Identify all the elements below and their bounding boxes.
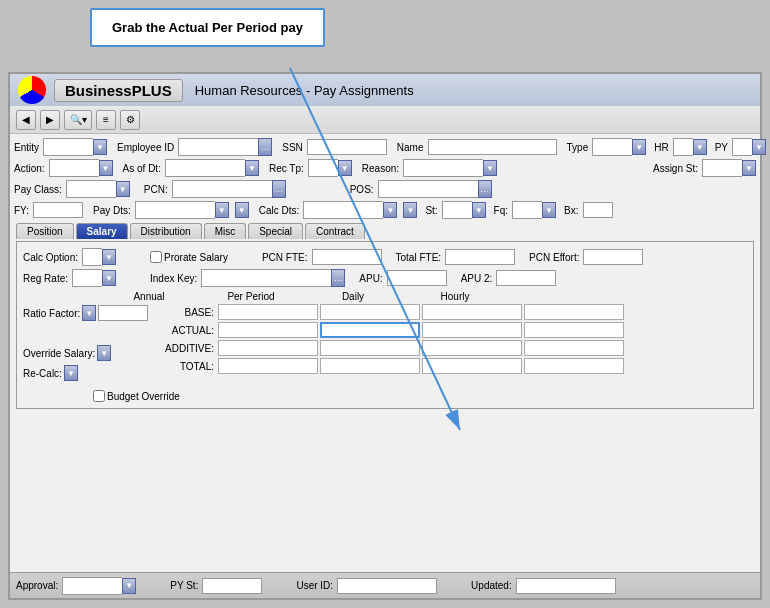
pcn-input[interactable]: [172, 180, 272, 198]
approval-label: Approval:: [16, 580, 58, 591]
tab-misc[interactable]: Misc: [204, 223, 247, 239]
type-dropdown-btn[interactable]: ▼: [632, 139, 646, 155]
recalc-dd-btn[interactable]: ▼: [64, 365, 78, 381]
approval-input[interactable]: [62, 577, 122, 595]
payclass-field: ▼: [66, 180, 130, 198]
total-perperiod-input[interactable]: [320, 358, 420, 374]
forward-button[interactable]: ▶: [40, 110, 60, 130]
updated-input[interactable]: [516, 578, 616, 594]
index-key-browse-btn[interactable]: …: [331, 269, 345, 287]
reason-dropdown-btn[interactable]: ▼: [483, 160, 497, 176]
rectp-input[interactable]: [308, 159, 338, 177]
additive-annual-input[interactable]: [218, 340, 318, 356]
paydts-dropdown-btn[interactable]: ▼: [215, 202, 229, 218]
type-input[interactable]: [592, 138, 632, 156]
pos-browse-btn[interactable]: …: [478, 180, 492, 198]
index-key-input[interactable]: [201, 269, 331, 287]
base-daily-input[interactable]: [422, 304, 522, 320]
total-fte-input[interactable]: [445, 249, 515, 265]
pcn-fte-input[interactable]: [312, 249, 382, 265]
hr-dropdown-btn[interactable]: ▼: [693, 139, 707, 155]
action-input[interactable]: [49, 159, 99, 177]
override-salary-dd-btn[interactable]: ▼: [97, 345, 111, 361]
userid-input[interactable]: [337, 578, 437, 594]
additive-daily-input[interactable]: [422, 340, 522, 356]
entity-label: Entity: [14, 142, 39, 153]
asofdt-dropdown-btn[interactable]: ▼: [245, 160, 259, 176]
budget-override-checkbox[interactable]: [93, 390, 105, 402]
prorate-salary-checkbox-label: Prorate Salary: [150, 251, 228, 263]
total-annual-input[interactable]: [218, 358, 318, 374]
action-dropdown-btn[interactable]: ▼: [99, 160, 113, 176]
calcdts-input[interactable]: [303, 201, 383, 219]
userid-label: User ID:: [296, 580, 333, 591]
tab-contract[interactable]: Contract: [305, 223, 365, 239]
base-perperiod-input[interactable]: [320, 304, 420, 320]
fy-input[interactable]: [33, 202, 83, 218]
paydts-field: ▼: [135, 201, 229, 219]
employee-id-browse-btn[interactable]: …: [258, 138, 272, 156]
total-hourly-input[interactable]: [524, 358, 624, 374]
apu-input[interactable]: [387, 270, 447, 286]
name-input[interactable]: [428, 139, 557, 155]
entity-dropdown-btn[interactable]: ▼: [93, 139, 107, 155]
paydts-extra-btn[interactable]: ▼: [235, 202, 249, 218]
reg-rate-label: Reg Rate:: [23, 273, 68, 284]
settings-button[interactable]: ⚙: [120, 110, 140, 130]
asofdt-input[interactable]: [165, 159, 245, 177]
pos-input[interactable]: [378, 180, 478, 198]
tab-distribution[interactable]: Distribution: [130, 223, 202, 239]
reg-rate-dd-btn[interactable]: ▼: [102, 270, 116, 286]
st-input[interactable]: [442, 201, 472, 219]
actual-perperiod-input[interactable]: [320, 322, 420, 338]
calcdts-dropdown-btn[interactable]: ▼: [383, 202, 397, 218]
search-button[interactable]: 🔍▾: [64, 110, 92, 130]
bx-input[interactable]: [583, 202, 613, 218]
tab-special[interactable]: Special: [248, 223, 303, 239]
base-annual-input[interactable]: [218, 304, 318, 320]
paydts-input[interactable]: [135, 201, 215, 219]
tab-salary[interactable]: Salary: [76, 223, 128, 239]
apu2-input[interactable]: [496, 270, 556, 286]
actual-annual-input[interactable]: [218, 322, 318, 338]
rectp-dropdown-btn[interactable]: ▼: [338, 160, 352, 176]
prorate-salary-checkbox[interactable]: [150, 251, 162, 263]
pcn-browse-btn[interactable]: …: [272, 180, 286, 198]
calc-option-input[interactable]: [82, 248, 102, 266]
reg-rate-input[interactable]: [72, 269, 102, 287]
fq-dropdown-btn[interactable]: ▼: [542, 202, 556, 218]
pyst-input[interactable]: [202, 578, 262, 594]
ssn-input[interactable]: [307, 139, 387, 155]
toolbar: ◀ ▶ 🔍▾ ≡ ⚙: [10, 106, 760, 134]
fq-input[interactable]: [512, 201, 542, 219]
menu-button[interactable]: ≡: [96, 110, 116, 130]
st-dropdown-btn[interactable]: ▼: [472, 202, 486, 218]
assignst-input[interactable]: [702, 159, 742, 177]
updated-label: Updated:: [471, 580, 512, 591]
payclass-label: Pay Class:: [14, 184, 62, 195]
actual-hourly-input[interactable]: [524, 322, 624, 338]
payclass-dropdown-btn[interactable]: ▼: [116, 181, 130, 197]
py-dropdown-btn[interactable]: ▼: [752, 139, 766, 155]
ratio-factor-dd-btn[interactable]: ▼: [82, 305, 96, 321]
assignst-dropdown-btn[interactable]: ▼: [742, 160, 756, 176]
pcn-effort-input[interactable]: [583, 249, 643, 265]
additive-label: ADDITIVE:: [153, 343, 218, 354]
calc-option-dd-btn[interactable]: ▼: [102, 249, 116, 265]
hr-input[interactable]: [673, 138, 693, 156]
reason-input[interactable]: [403, 159, 483, 177]
total-daily-input[interactable]: [422, 358, 522, 374]
entity-input[interactable]: [43, 138, 93, 156]
tab-position[interactable]: Position: [16, 223, 74, 239]
payclass-input[interactable]: [66, 180, 116, 198]
actual-daily-input[interactable]: [422, 322, 522, 338]
additive-hourly-input[interactable]: [524, 340, 624, 356]
py-input[interactable]: [732, 138, 752, 156]
approval-dd-btn[interactable]: ▼: [122, 578, 136, 594]
calcdts-extra-btn[interactable]: ▼: [403, 202, 417, 218]
base-hourly-input[interactable]: [524, 304, 624, 320]
additive-perperiod-input[interactable]: [320, 340, 420, 356]
ratio-factor-input[interactable]: [98, 305, 148, 321]
employee-id-input[interactable]: [178, 138, 258, 156]
back-button[interactable]: ◀: [16, 110, 36, 130]
